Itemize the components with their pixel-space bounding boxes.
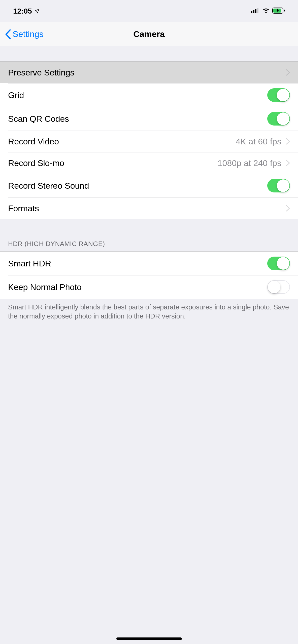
- preserve-settings-cell[interactable]: Preserve Settings: [0, 62, 298, 83]
- record-slomo-label: Record Slo-mo: [8, 158, 64, 168]
- chevron-left-icon: [5, 29, 11, 39]
- nav-bar: Settings Camera: [0, 22, 298, 46]
- home-indicator[interactable]: [116, 637, 182, 640]
- formats-cell[interactable]: Formats: [0, 197, 298, 219]
- svg-rect-2: [255, 9, 256, 13]
- record-video-cell[interactable]: Record Video 4K at 60 fps: [0, 131, 298, 152]
- status-right: [251, 8, 285, 15]
- page-title: Camera: [133, 29, 165, 39]
- grid-label: Grid: [8, 90, 24, 100]
- status-left: 12:05: [13, 7, 40, 15]
- back-button[interactable]: Settings: [5, 29, 44, 39]
- keep-normal-cell: Keep Normal Photo: [0, 275, 298, 299]
- chevron-right-icon: [286, 205, 290, 212]
- stereo-sound-label: Record Stereo Sound: [8, 181, 89, 191]
- hdr-section-header: HDR (HIGH DYNAMIC RANGE): [0, 237, 298, 251]
- scan-qr-toggle[interactable]: [267, 112, 290, 126]
- chevron-right-icon: [286, 138, 290, 145]
- record-slomo-value: 1080p at 240 fps: [218, 158, 281, 168]
- grid-cell: Grid: [0, 83, 298, 107]
- svg-rect-6: [284, 10, 285, 12]
- chevron-right-icon: [286, 160, 290, 166]
- keep-normal-toggle[interactable]: [267, 280, 290, 294]
- svg-rect-1: [253, 10, 254, 13]
- section-hdr: HDR (HIGH DYNAMIC RANGE) Smart HDR Keep …: [0, 219, 298, 326]
- chevron-right-icon: [286, 69, 290, 76]
- grid-toggle[interactable]: [267, 88, 290, 102]
- status-bar: 12:05: [0, 0, 298, 22]
- smart-hdr-toggle[interactable]: [267, 257, 290, 270]
- scan-qr-label: Scan QR Codes: [8, 114, 69, 124]
- stereo-sound-cell: Record Stereo Sound: [0, 174, 298, 197]
- back-label: Settings: [13, 29, 44, 39]
- scan-qr-cell: Scan QR Codes: [0, 107, 298, 131]
- battery-charging-icon: [272, 8, 285, 15]
- svg-rect-3: [257, 8, 258, 13]
- preserve-settings-label: Preserve Settings: [8, 68, 74, 77]
- smart-hdr-label: Smart HDR: [8, 259, 51, 268]
- record-video-label: Record Video: [8, 137, 59, 146]
- cellular-signal-icon: [251, 8, 260, 14]
- formats-label: Formats: [8, 204, 39, 213]
- wifi-icon: [262, 8, 270, 14]
- hdr-section-footer: Smart HDR intelligently blends the best …: [0, 299, 298, 326]
- svg-rect-0: [251, 11, 252, 13]
- section-general: Preserve Settings Grid Scan QR Codes Rec…: [0, 46, 298, 219]
- status-time: 12:05: [13, 7, 32, 15]
- record-slomo-cell[interactable]: Record Slo-mo 1080p at 240 fps: [0, 152, 298, 174]
- record-video-value: 4K at 60 fps: [236, 137, 281, 146]
- smart-hdr-cell: Smart HDR: [0, 252, 298, 275]
- stereo-sound-toggle[interactable]: [267, 179, 290, 192]
- keep-normal-label: Keep Normal Photo: [8, 282, 82, 292]
- location-icon: [34, 8, 40, 14]
